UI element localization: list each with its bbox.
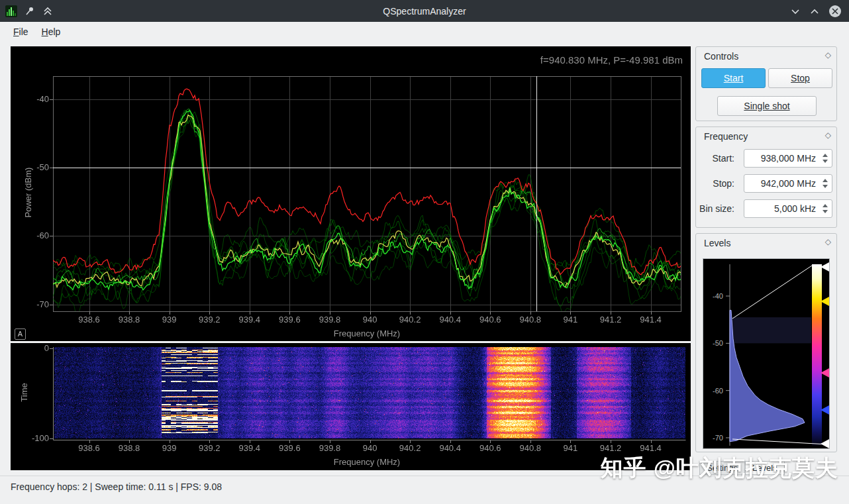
controls-group: Controls ◇ Start Stop Single shot — [695, 46, 837, 121]
xtick-label: 939.2 — [199, 443, 221, 453]
chevron-up-icon[interactable] — [810, 7, 819, 15]
levels-widget[interactable]: -40-50-60-70 — [703, 258, 830, 449]
xtick-label: 940 — [363, 443, 377, 453]
xtick-label: 939.4 — [239, 315, 261, 325]
titlebar: QSpectrumAnalyzer — [0, 0, 849, 22]
waterfall-x-axis-label: Frequency (MHz) — [53, 457, 681, 467]
waterfall-y-axis-label: Time — [19, 366, 29, 419]
xtick-label: 938.6 — [78, 443, 100, 453]
xtick-label: 940.4 — [439, 443, 461, 453]
levels-tick-label: -70 — [713, 434, 723, 442]
waterfall-canvas[interactable] — [11, 343, 691, 470]
auto-range-button[interactable]: A — [15, 328, 26, 340]
xtick-label: 939 — [162, 315, 177, 325]
xtick-label: 940.8 — [520, 315, 542, 325]
ytick-label: -40 — [23, 94, 49, 104]
cursor-readout: f=940.830 MHz, P=-49.981 dBm — [540, 54, 683, 66]
colormap-gradient-bar — [812, 264, 822, 446]
ytick-label: -50 — [23, 162, 49, 172]
xtick-label: 941.4 — [640, 315, 662, 325]
xtick-label: 941.2 — [600, 443, 622, 453]
waterfall-plot: Time Frequency (MHz) 938.6938.8939939.29… — [11, 343, 691, 470]
xtick-label: 938.8 — [119, 443, 140, 453]
watermark: 知乎 @叶刘克拉克莫夫 — [600, 453, 838, 483]
spinner-up-icon[interactable] — [823, 154, 828, 157]
window-title: QSpectrumAnalyzer — [0, 6, 849, 17]
levels-tick-label: -60 — [713, 387, 723, 395]
menu-help[interactable]: Help — [42, 26, 61, 37]
spinner-down-icon[interactable] — [823, 160, 828, 163]
spinner-up-icon[interactable] — [823, 179, 828, 182]
ytick-label: -70 — [23, 299, 49, 309]
xtick-label: 939.4 — [239, 443, 261, 453]
controls-group-title: Controls — [704, 51, 738, 62]
stop-button[interactable]: Stop — [768, 68, 832, 88]
start-button[interactable]: Start — [701, 68, 766, 88]
xtick-label: 940.8 — [520, 443, 542, 453]
collapse-icon[interactable]: ◇ — [825, 130, 831, 140]
xtick-label: 938.6 — [78, 315, 100, 325]
frequency-stop-label: Stop: — [696, 174, 734, 193]
xtick-label: 939.6 — [279, 443, 301, 453]
levels-tick-label: -50 — [713, 339, 723, 347]
xtick-label: 939.2 — [199, 315, 221, 325]
ytick-label: -60 — [23, 230, 49, 240]
bin-size-label: Bin size: — [696, 199, 734, 218]
spinner-down-icon[interactable] — [823, 210, 828, 213]
xtick-label: 938.8 — [119, 315, 140, 325]
bin-size-value: 5,000 kHz — [774, 200, 816, 217]
pin-icon[interactable] — [25, 6, 35, 17]
menu-file[interactable]: File — [13, 26, 28, 37]
xtick-label: 939.8 — [319, 315, 341, 325]
xtick-label: 940.2 — [399, 443, 421, 453]
keep-above-icon[interactable] — [42, 6, 53, 17]
xtick-label: 941.4 — [640, 443, 662, 453]
xtick-label: 940.6 — [479, 443, 501, 453]
xtick-label: 941 — [564, 315, 578, 325]
collapse-icon[interactable]: ◇ — [825, 237, 831, 246]
collapse-icon[interactable]: ◇ — [825, 50, 831, 60]
xtick-label: 939.8 — [319, 443, 341, 453]
xtick-label: 940.2 — [399, 315, 421, 325]
xtick-label: 940 — [363, 315, 377, 325]
spinner-down-icon[interactable] — [823, 185, 828, 188]
frequency-stop-spinbox[interactable]: 942,000 MHz — [744, 174, 832, 193]
frequency-start-value: 938,000 MHz — [761, 150, 816, 167]
chevron-down-icon[interactable] — [791, 7, 800, 15]
levels-group-title: Levels — [704, 238, 730, 248]
ytick-label: -100 — [23, 433, 49, 443]
ytick-label: 0 — [23, 343, 49, 353]
xtick-label: 939.6 — [279, 315, 301, 325]
xtick-label: 940.4 — [439, 315, 461, 325]
spectrum-canvas[interactable] — [11, 46, 691, 341]
levels-histogram-svg[interactable]: -40-50-60-70 — [703, 259, 829, 448]
spectrum-plot: f=940.830 MHz, P=-49.981 dBm Power (dBm)… — [11, 46, 691, 341]
spinner-up-icon[interactable] — [823, 204, 828, 207]
app-icon — [5, 5, 17, 17]
frequency-group-title: Frequency — [704, 131, 748, 142]
xtick-label: 939 — [162, 443, 177, 453]
frequency-start-label: Start: — [696, 149, 734, 168]
spectrum-x-axis-label: Frequency (MHz) — [53, 328, 681, 338]
close-button[interactable] — [829, 5, 841, 17]
xtick-label: 941.2 — [600, 315, 622, 325]
xtick-label: 941 — [564, 443, 578, 453]
levels-tick-label: -40 — [713, 292, 723, 300]
xtick-label: 940.6 — [479, 315, 501, 325]
levels-group: Levels ◇ -40-50-60-70 — [695, 233, 837, 452]
frequency-group: Frequency ◇ Start: 938,000 MHz Stop: 942… — [695, 126, 837, 228]
frequency-stop-value: 942,000 MHz — [761, 175, 816, 192]
bin-size-spinbox[interactable]: 5,000 kHz — [744, 199, 832, 218]
menubar: File Help — [0, 22, 849, 42]
qspectrumanalyzer-window: QSpectrumAnalyzer File Help f=940.830 MH… — [0, 0, 849, 504]
single-shot-button[interactable]: Single shot — [717, 96, 817, 116]
frequency-start-spinbox[interactable]: 938,000 MHz — [744, 149, 832, 168]
